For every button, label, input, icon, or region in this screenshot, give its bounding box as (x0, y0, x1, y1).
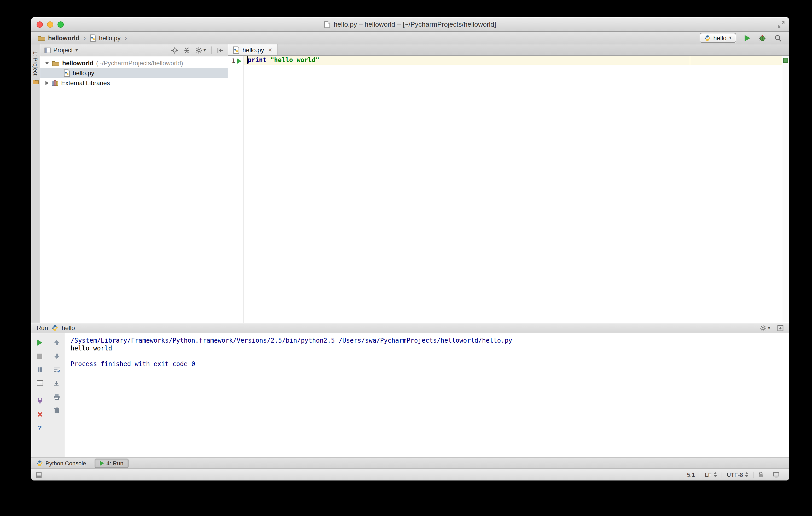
close-tab-icon[interactable]: × (268, 47, 272, 53)
run-panel-title: Run (36, 324, 48, 332)
gear-icon (196, 47, 202, 54)
folder-icon (52, 60, 60, 66)
encoding-widget[interactable]: UTF-8 (722, 472, 753, 478)
run-tool-window-tab[interactable]: 4: Run (94, 458, 128, 468)
expand-collapse-icon[interactable] (45, 61, 49, 64)
lock-icon (758, 472, 763, 478)
pycharm-window: hello.py – helloworld – [~/PycharmProjec… (31, 17, 789, 481)
plug-icon (36, 397, 43, 404)
run-panel-body: ? /System/Library/Frameworks/Python.fram… (31, 333, 789, 457)
fullscreen-icon[interactable] (778, 21, 785, 28)
close-run-panel-button[interactable] (34, 409, 46, 420)
project-tool-window-button[interactable]: 1: Project (32, 51, 39, 75)
run-line-icon (237, 58, 241, 63)
console-line: hello world (70, 345, 789, 353)
code-line-1[interactable]: print "hello world" (244, 56, 782, 65)
expand-collapse-icon[interactable] (45, 81, 49, 85)
gear-icon (760, 325, 767, 331)
console-line (70, 353, 789, 360)
pause-output-button[interactable] (34, 364, 46, 375)
collapse-all-icon[interactable] (184, 47, 191, 54)
python-console-label: Python Console (46, 460, 86, 466)
scroll-to-end-button[interactable] (51, 377, 62, 389)
inspection-status-indicator[interactable] (783, 58, 788, 63)
run-console-output[interactable]: /System/Library/Frameworks/Python.framew… (65, 333, 789, 457)
tree-node-label: External Libraries (61, 79, 110, 86)
chevron-down-icon[interactable]: ▾ (76, 48, 78, 53)
titlebar[interactable]: hello.py – helloworld – [~/PycharmProjec… (31, 17, 789, 32)
window-title: hello.py – helloworld – [~/PycharmProjec… (334, 20, 496, 28)
help-button[interactable]: ? (34, 423, 46, 433)
readonly-toggle[interactable] (753, 472, 768, 478)
down-stack-trace-button[interactable] (51, 351, 62, 361)
run-panel-header[interactable]: Run hello ▾ (31, 323, 789, 333)
python-logo-icon (704, 35, 710, 41)
stop-button[interactable] (34, 351, 46, 361)
run-panel-header-toolbar: ▾ (760, 325, 784, 331)
restore-layout-button[interactable] (34, 377, 46, 389)
tree-row-helloworld[interactable]: helloworld (~/PycharmProjects/helloworld… (40, 58, 228, 68)
highlighting-level-widget[interactable] (768, 472, 784, 478)
soft-wrap-button[interactable] (51, 364, 62, 375)
hide-panel-icon[interactable] (217, 47, 224, 54)
search-icon[interactable] (774, 34, 782, 41)
zoom-window-button[interactable] (57, 21, 64, 27)
toolbar-separator (211, 47, 212, 54)
tool-window-bar: Python Console 4: Run (31, 457, 789, 468)
scroll-from-source-icon[interactable] (172, 47, 178, 54)
document-icon (324, 21, 330, 28)
chevron-right-icon: › (84, 34, 86, 42)
print-button[interactable] (51, 391, 62, 402)
run-settings-gear-button[interactable]: ▾ (760, 325, 770, 331)
tree-row-external-libraries[interactable]: External Libraries (40, 78, 228, 88)
rerun-button[interactable] (34, 337, 46, 348)
clear-all-button[interactable] (51, 405, 62, 416)
up-stack-trace-button[interactable] (51, 337, 62, 348)
project-tool-window-icon[interactable] (32, 79, 39, 85)
editor-gutter[interactable]: 1 (228, 56, 244, 323)
editor-body: 1 print "hello world" (228, 56, 789, 323)
run-line-marker[interactable] (235, 56, 243, 65)
console-line: /System/Library/Frameworks/Python.framew… (70, 337, 789, 345)
run-button[interactable] (745, 35, 750, 41)
project-panel-header: Project ▾ ▾ (40, 44, 228, 56)
project-panel: Project ▾ ▾ (40, 44, 228, 323)
status-bar-widgets: 5:1 LF UTF-8 (682, 472, 784, 478)
python-console-button[interactable]: Python Console (36, 460, 86, 466)
tree-node-detail: (~/PycharmProjects/helloworld) (96, 59, 183, 67)
settings-gear-button[interactable]: ▾ (196, 47, 206, 54)
minimize-window-button[interactable] (47, 21, 53, 27)
code-editor[interactable]: print "hello world" (244, 56, 782, 323)
project-tree: helloworld (~/PycharmProjects/helloworld… (40, 56, 228, 323)
libraries-icon (52, 80, 59, 86)
breadcrumb-label: hello.py (99, 34, 121, 41)
chevron-down-icon: ▾ (729, 35, 731, 40)
debug-bug-icon[interactable] (759, 34, 766, 41)
close-window-button[interactable] (36, 21, 43, 27)
updown-icon (745, 472, 748, 477)
trash-icon (54, 407, 59, 414)
tree-node-label: hello.py (72, 69, 94, 77)
editor-tab-hello-py[interactable]: hello.py × (228, 44, 278, 55)
python-file-icon (233, 46, 239, 54)
caret-position-widget[interactable]: 5:1 (682, 472, 700, 478)
run-icon (99, 460, 104, 465)
panel-icon (45, 47, 51, 53)
soft-wrap-icon (53, 366, 60, 373)
attach-console-button[interactable] (34, 395, 46, 406)
run-configuration-selector[interactable]: hello ▾ (700, 33, 736, 43)
tree-row-hello-py[interactable]: hello.py (40, 68, 228, 78)
hide-run-panel-icon[interactable] (777, 325, 784, 331)
window-title-group: hello.py – helloworld – [~/PycharmProjec… (324, 20, 496, 28)
chevron-right-icon: › (125, 34, 127, 42)
tool-window-toggle-icon[interactable] (36, 472, 42, 478)
breadcrumb-hello-py[interactable]: hello.py (90, 34, 121, 41)
breadcrumb-helloworld[interactable]: helloworld (38, 34, 80, 41)
line-number: 1 (228, 56, 235, 323)
python-file-icon (64, 69, 70, 77)
status-bar: 5:1 LF UTF-8 (31, 468, 789, 481)
run-toolbar-column-2 (48, 337, 65, 457)
editor-area: hello.py × 1 print (228, 44, 789, 323)
line-separator-widget[interactable]: LF (700, 472, 722, 478)
project-view-title[interactable]: Project (53, 47, 73, 54)
